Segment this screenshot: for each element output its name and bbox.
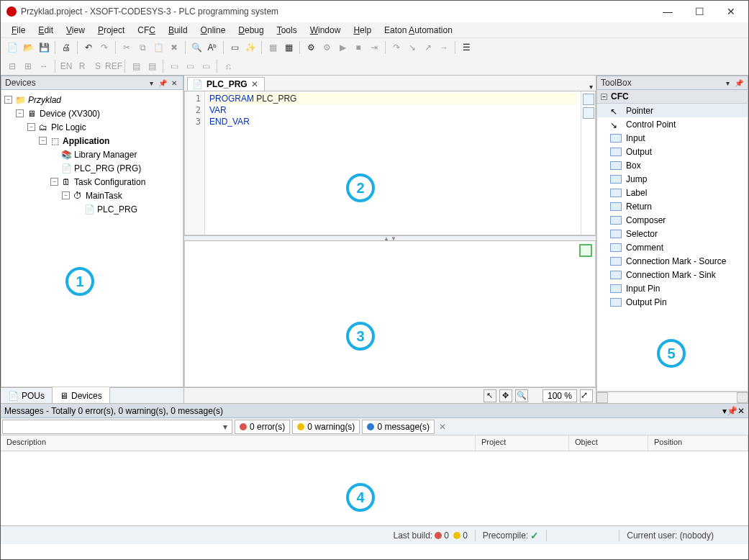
menu-cfc[interactable]: CFC <box>131 24 162 37</box>
pan-tool-icon[interactable]: ✥ <box>499 389 512 402</box>
tb2-a-icon[interactable]: ⊟ <box>5 59 19 73</box>
filter-icon[interactable]: ☰ <box>459 40 473 55</box>
start-icon[interactable]: ▶ <box>335 40 350 55</box>
editor-tab-plc-prg[interactable]: 📄 PLC_PRG ✕ <box>187 77 265 91</box>
col-position[interactable]: Position <box>648 435 748 451</box>
tree-task-pou[interactable]: 📄 PLC_PRG <box>3 202 181 216</box>
cfc-mode-icon[interactable] <box>579 244 592 257</box>
zoom-fit-icon[interactable]: ⤢ <box>580 389 593 402</box>
editor-tab-dropdown-icon[interactable]: ▾ <box>589 83 593 91</box>
delete-icon[interactable]: ✖ <box>167 40 181 55</box>
close-button[interactable]: ✕ <box>715 1 747 22</box>
panel-close-icon[interactable]: ✕ <box>169 78 179 88</box>
menu-view[interactable]: View <box>60 24 91 37</box>
collapse-icon[interactable]: − <box>62 191 70 199</box>
scroll-right-icon[interactable] <box>737 392 748 403</box>
redo-icon[interactable]: ↷ <box>97 40 112 55</box>
toolbox-item-control-point[interactable]: ↘Control Point <box>597 117 748 131</box>
box-icon[interactable]: ▭ <box>227 40 242 55</box>
collapse-icon[interactable]: − <box>16 109 24 117</box>
zoom-tool-icon[interactable]: 🔍 <box>515 389 528 402</box>
panel-dropdown-icon[interactable]: ▾ <box>146 78 156 88</box>
tree-main-task[interactable]: − ⏱ MainTask <box>3 189 181 202</box>
tree-device[interactable]: − 🖥 Device (XV300) <box>3 107 181 120</box>
toolbox-panel-header[interactable]: ToolBox ▾ 📌 <box>596 76 748 90</box>
paste-icon[interactable]: 📋 <box>151 40 165 55</box>
toolbox-group-cfc[interactable]: − CFC <box>597 90 748 104</box>
menu-online[interactable]: Online <box>194 24 232 37</box>
build-all-icon[interactable]: ▦ <box>281 40 296 55</box>
devices-tree[interactable]: − 📁 Przyklad − 🖥 Device (XV300) − 🗂 Plc … <box>1 90 183 387</box>
pointer-tool-icon[interactable]: ↖ <box>484 389 496 402</box>
scroll-left-icon[interactable] <box>596 392 608 403</box>
tree-library-manager[interactable]: 📚 Library Manager <box>3 148 181 161</box>
declaration-pane[interactable]: 123 PROGRAM PLC_PRG VAR END_VAR <box>184 91 596 235</box>
horizontal-splitter[interactable]: ▲ ▼ <box>184 235 596 241</box>
tb2-d-icon[interactable]: EN <box>59 59 73 73</box>
panel-dropdown-icon[interactable]: ▾ <box>722 78 732 88</box>
step-1-icon[interactable]: ⇥ <box>367 40 381 55</box>
tab-pous[interactable]: 📄 POUs <box>1 388 53 403</box>
tree-plc-prg[interactable]: 📄 PLC_PRG (PRG) <box>3 161 181 175</box>
login-icon[interactable]: ⚙ <box>304 40 318 55</box>
clear-messages-icon[interactable]: ✕ <box>439 422 446 432</box>
minimize-button[interactable]: — <box>652 1 684 22</box>
open-icon[interactable]: 📂 <box>21 40 35 55</box>
toolbox-item-jump[interactable]: Jump <box>597 172 748 186</box>
toolbox-item-conn-sink[interactable]: Connection Mark - Sink <box>597 268 748 281</box>
logout-icon[interactable]: ⚙ <box>319 40 334 55</box>
menu-edit[interactable]: Edit <box>32 24 60 37</box>
zoom-value[interactable]: 100 % <box>543 389 577 402</box>
stop-icon[interactable]: ■ <box>351 40 366 55</box>
menu-debug[interactable]: Debug <box>232 24 270 37</box>
menu-file[interactable]: File <box>5 24 32 37</box>
tree-root[interactable]: − 📁 Przyklad <box>3 93 181 107</box>
toolbox-item-input[interactable]: Input <box>597 131 748 145</box>
tb2-c-icon[interactable]: ↔ <box>37 59 51 73</box>
messages-filter-combo[interactable]: ▾ <box>2 420 232 434</box>
col-object[interactable]: Object <box>569 435 648 451</box>
tb2-k-icon[interactable]: ▭ <box>183 59 197 73</box>
step-out-icon[interactable]: ↗ <box>421 40 435 55</box>
collapse-icon[interactable]: − <box>4 96 12 104</box>
collapse-icon[interactable]: − <box>39 137 47 145</box>
collapse-icon[interactable]: − <box>50 178 58 186</box>
messages-header[interactable]: Messages - Totally 0 error(s), 0 warning… <box>1 404 748 418</box>
panel-pin-icon[interactable]: 📌 <box>734 78 744 88</box>
step-into-icon[interactable]: ↘ <box>405 40 419 55</box>
tb2-e-icon[interactable]: R <box>75 59 89 73</box>
step-over-icon[interactable]: ↷ <box>389 40 404 55</box>
devices-panel-header[interactable]: Devices ▾ 📌 ✕ <box>1 76 183 90</box>
find-replace-icon[interactable]: Aᵇ <box>205 40 219 55</box>
run-to-icon[interactable]: → <box>437 40 451 55</box>
cut-icon[interactable]: ✂ <box>119 40 134 55</box>
menu-eaton[interactable]: Eaton Automation <box>378 24 459 37</box>
tb2-g-icon[interactable]: REF <box>106 59 121 73</box>
message-chip[interactable]: 0 message(s) <box>362 420 435 434</box>
toolbox-item-output[interactable]: Output <box>597 145 748 158</box>
messages-body[interactable] <box>1 451 748 525</box>
toolbox-item-output-pin[interactable]: Output Pin <box>597 295 748 309</box>
toolbox-item-input-pin[interactable]: Input Pin <box>597 281 748 295</box>
find-icon[interactable]: 🔍 <box>189 40 204 55</box>
col-project[interactable]: Project <box>476 435 569 451</box>
tree-task-config[interactable]: − 🗓 Task Configuration <box>3 175 181 189</box>
dropdown-icon[interactable]: ▾ <box>220 422 230 432</box>
tree-application[interactable]: − ⬚ Application <box>3 134 181 148</box>
menu-tools[interactable]: Tools <box>271 24 304 37</box>
panel-pin-icon[interactable]: 📌 <box>158 78 168 88</box>
editor-view-1-icon[interactable] <box>583 94 594 105</box>
menu-project[interactable]: Project <box>91 24 131 37</box>
toolbox-item-selector[interactable]: Selector <box>597 227 748 240</box>
wand-icon[interactable]: ✨ <box>243 40 258 55</box>
collapse-icon[interactable]: − <box>601 94 607 100</box>
menu-build[interactable]: Build <box>162 24 194 37</box>
toolbox-hscroll[interactable] <box>596 392 748 403</box>
toolbox-item-conn-source[interactable]: Connection Mark - Source <box>597 254 748 268</box>
new-icon[interactable]: 📄 <box>5 40 19 55</box>
undo-icon[interactable]: ↶ <box>81 40 96 55</box>
copy-icon[interactable]: ⧉ <box>135 40 150 55</box>
toolbox-item-box[interactable]: Box <box>597 158 748 172</box>
tree-plc-logic[interactable]: − 🗂 Plc Logic <box>3 120 181 134</box>
col-description[interactable]: Description <box>1 435 476 451</box>
